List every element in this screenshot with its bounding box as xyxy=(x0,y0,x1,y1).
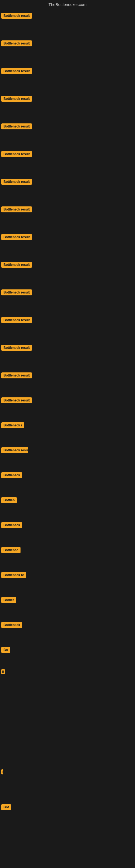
list-item: Bottleneck result xyxy=(0,176,135,190)
list-item xyxy=(0,688,135,696)
bottleneck-badge[interactable]: Bottleneck result xyxy=(1,13,32,19)
list-item: Bottleneck resu xyxy=(0,444,135,459)
list-item: Bottleneck result xyxy=(0,10,135,24)
bottleneck-badge[interactable]: Bottlen xyxy=(1,497,17,503)
list-item: Bottleneck result xyxy=(0,287,135,301)
bottleneck-badge[interactable]: | xyxy=(1,769,3,774)
bottleneck-badge[interactable]: Bottler xyxy=(1,597,16,603)
bottleneck-badge[interactable]: Bottleneck result xyxy=(1,207,32,212)
list-item: B xyxy=(0,666,135,680)
list-item: Bottleneck result xyxy=(0,342,135,356)
list-item: | xyxy=(0,767,135,780)
list-item: Bottleneck xyxy=(0,520,135,533)
list-item: Bottleneck result xyxy=(0,314,135,329)
bottleneck-badge[interactable]: Bottleneck result xyxy=(1,262,32,268)
list-item: Bottleneck result xyxy=(0,38,135,52)
list-item: Bottleneck result xyxy=(0,370,135,384)
bottleneck-badge[interactable]: Bottleneck result xyxy=(1,96,32,102)
bottleneck-badge[interactable]: Bottleneck result xyxy=(1,345,32,351)
bottleneck-badge[interactable]: Bottleneck result xyxy=(1,289,32,296)
list-item: Bottleneck xyxy=(0,469,135,484)
list-item: Bo xyxy=(0,644,135,658)
list-item: Bottleneck result xyxy=(0,121,135,135)
list-item: Bottleneck result xyxy=(0,395,135,409)
bottleneck-badge[interactable]: Bottlenec xyxy=(1,547,20,553)
list-item: Bottleneck re xyxy=(0,569,135,584)
list-item: Bottleneck result xyxy=(0,231,135,246)
bottleneck-badge[interactable]: Bottleneck result xyxy=(1,179,32,185)
list-item: Bottleneck xyxy=(0,619,135,633)
bottleneck-badge[interactable]: B xyxy=(1,669,5,674)
list-item: Bottleneck result xyxy=(0,204,135,218)
bottleneck-badge[interactable]: Bottleneck result xyxy=(1,40,32,46)
bottleneck-badge[interactable]: Bottleneck xyxy=(1,522,22,528)
list-item: Bot xyxy=(0,802,135,816)
bottleneck-badge[interactable]: Bo xyxy=(1,647,10,653)
bottleneck-badge[interactable]: Bottleneck resu xyxy=(1,447,28,453)
bottleneck-badge[interactable]: Bottleneck xyxy=(1,622,22,628)
bottleneck-badge[interactable]: Bottleneck re xyxy=(1,572,26,578)
bottleneck-badge[interactable]: Bottleneck result xyxy=(1,68,32,74)
bottleneck-badge[interactable]: Bottleneck result xyxy=(1,151,32,157)
list-item: Bottlen xyxy=(0,495,135,508)
bottleneck-badge[interactable]: Bottleneck result xyxy=(1,234,32,240)
bottleneck-badge[interactable]: Bottleneck xyxy=(1,472,22,478)
list-item xyxy=(0,750,135,758)
content-area: Bottleneck result Bottleneck result Bott… xyxy=(0,10,135,868)
site-header: TheBottlenecker.com xyxy=(0,0,135,10)
bottleneck-badge[interactable]: Bottleneck result xyxy=(1,317,32,323)
list-item: Bottler xyxy=(0,594,135,609)
bottleneck-badge[interactable]: Bottleneck result xyxy=(1,397,32,403)
bottleneck-badge[interactable]: Bottleneck result xyxy=(1,372,32,378)
bottleneck-badge[interactable]: Bottleneck r xyxy=(1,422,24,428)
list-item: Bottleneck result xyxy=(0,259,135,273)
list-item: Bottlenec xyxy=(0,545,135,558)
list-item: Bottleneck r xyxy=(0,420,135,434)
list-item: Bottleneck result xyxy=(0,93,135,107)
list-item: Bottleneck result xyxy=(0,65,135,80)
bottleneck-badge[interactable]: Bot xyxy=(1,804,11,810)
site-title: TheBottlenecker.com xyxy=(49,2,87,7)
list-item: Bottleneck result xyxy=(0,148,135,162)
bottleneck-badge[interactable]: Bottleneck result xyxy=(1,123,32,129)
